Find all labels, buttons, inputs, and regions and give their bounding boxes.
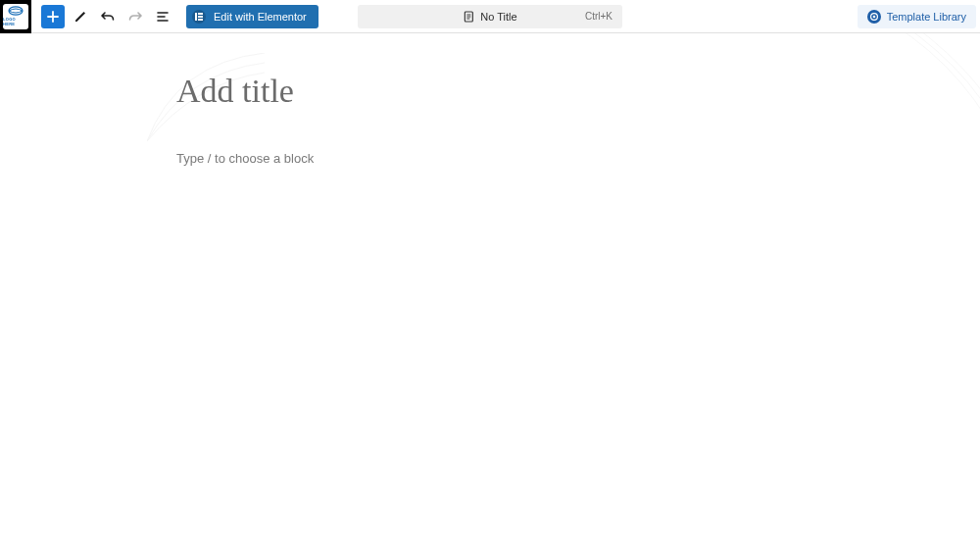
undo-button[interactable] [96, 5, 120, 28]
page-icon [463, 11, 474, 23]
svg-rect-1 [195, 13, 197, 21]
globe-icon [8, 6, 24, 16]
list-icon [155, 9, 171, 25]
template-library-button[interactable]: Template Library [858, 5, 976, 28]
logo-text: LOGO HERE [3, 17, 28, 26]
add-block-button[interactable] [41, 5, 65, 28]
document-title-button[interactable]: No Title Ctrl+K [358, 5, 622, 28]
template-icon [867, 10, 881, 24]
edit-mode-button[interactable] [69, 5, 92, 28]
right-tools: Template Library [858, 5, 976, 28]
center-group: No Title Ctrl+K [358, 5, 622, 28]
template-library-label: Template Library [887, 11, 966, 23]
edit-with-elementor-button[interactable]: Edit with Elementor [186, 5, 318, 28]
decorative-lines-right [892, 33, 980, 161]
redo-button[interactable] [123, 5, 147, 28]
svg-rect-3 [198, 16, 203, 18]
editor-canvas [0, 33, 980, 557]
svg-rect-4 [198, 19, 203, 21]
shortcut-hint: Ctrl+K [585, 11, 612, 22]
document-outline-button[interactable] [151, 5, 174, 28]
elementor-icon [192, 10, 206, 24]
svg-point-0 [9, 7, 23, 15]
document-title: No Title [480, 11, 516, 23]
undo-icon [100, 9, 116, 25]
plus-icon [46, 10, 60, 24]
svg-point-6 [872, 15, 875, 18]
site-logo-button[interactable]: LOGO HERE [0, 0, 31, 33]
svg-rect-2 [198, 13, 203, 15]
site-logo: LOGO HERE [3, 4, 28, 29]
left-tools: Edit with Elementor [41, 5, 318, 28]
elementor-label: Edit with Elementor [214, 11, 307, 23]
redo-icon [127, 9, 143, 25]
editor-area [176, 33, 804, 171]
post-title-input[interactable] [176, 73, 804, 116]
post-body-input[interactable] [176, 151, 804, 171]
pencil-icon [73, 9, 88, 25]
topbar: LOGO HERE [0, 0, 980, 33]
